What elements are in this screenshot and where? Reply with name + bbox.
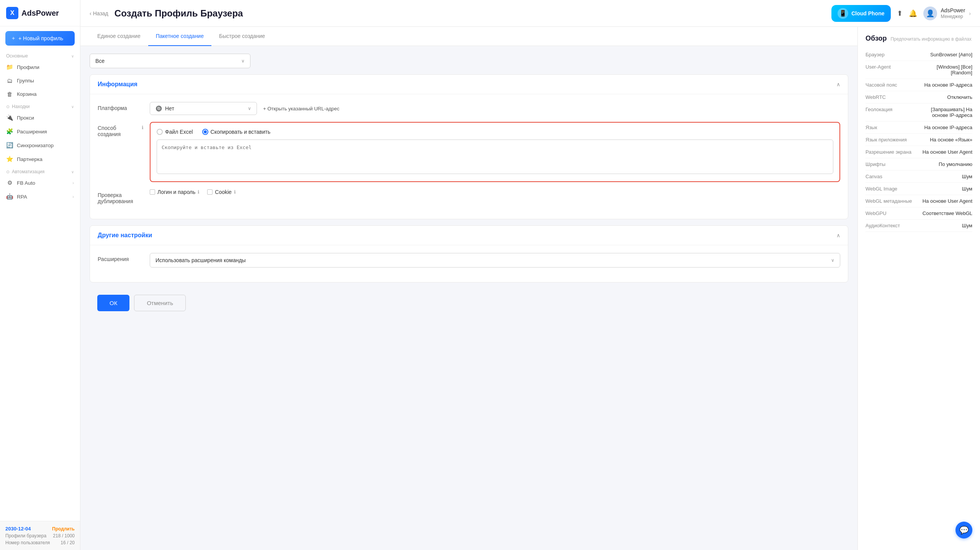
cloud-phone-button[interactable]: 📱 Cloud Phone [831,5,890,22]
other-section-body: Расширения Использовать расширения коман… [90,245,848,282]
sidebar-item-rpa[interactable]: 🤖 RPA › [0,190,80,204]
finds-section-icon: ⊙ [6,104,10,109]
overview-val: На основе IP-адреса [924,82,972,88]
logo-icon: X [6,7,18,19]
duplicate-row: Проверка дублирования Логин и пароль ℹ C… [98,189,840,204]
cancel-button[interactable]: Отменить [134,295,186,311]
overview-row: АудиоКонтекст Шум [865,220,972,232]
sidebar-section-finds: ⊙ Находки ∨ [0,101,80,111]
paste-textarea[interactable] [157,140,833,174]
check-cookie[interactable]: Cookie ℹ [207,189,236,195]
new-profile-label: + Новый профиль [18,35,63,41]
user-name: AdsPower [941,7,965,14]
radio-excel[interactable]: Файл Excel [157,129,193,135]
sidebar-item-profiles[interactable]: 📁 Профили [0,60,80,74]
login-info-icon: ℹ [198,189,200,195]
overview-val: [Запрашивать] На основе IP-адреса [915,107,972,118]
overview-row: User-Agent [Windows] [Все] [Random] [865,61,972,79]
new-profile-button[interactable]: ＋ + Новый профиль [5,31,75,46]
subscription-date: 2030-12-04 [5,526,31,532]
ext-select[interactable]: Использовать расширения команды ∨ [150,253,840,268]
cloud-phone-label: Cloud Phone [851,10,884,16]
overview-key: Геолокация [865,107,915,112]
duplicate-control: Логин и пароль ℹ Cookie ℹ [150,189,840,195]
sidebar-item-sync[interactable]: 🔄 Синхронизатор [0,138,80,152]
overview-val: На основе User Agent [923,198,972,204]
creation-control: Файл Excel Скопировать и вставить [150,122,840,182]
overview-key: Язык [865,125,915,130]
check-login[interactable]: Логин и пароль ℹ [150,189,200,195]
ext-control: Использовать расширения команды ∨ [150,253,840,268]
overview-key: Canvas [865,174,915,179]
platform-arrow-icon: ∨ [248,106,251,111]
platform-row: Платформа 🔘 Нет ∨ + Открыть указанный UR… [98,102,840,115]
ext-label: Расширения [98,253,144,262]
ok-button[interactable]: ОК [97,295,129,311]
logo-text: AdsPower [21,9,59,18]
check-cookie-label: Cookie [215,189,232,195]
overview-row: Часовой пояс На основе IP-адреса [865,79,972,91]
sidebar-section-automation: ⊙ Автоматизация ∨ [0,166,80,176]
ext-row: Расширения Использовать расширения коман… [98,253,840,268]
info-section: Информация ∧ Платформа 🔘 Нет ∨ [90,74,848,219]
other-section-title: Другие настройки [98,232,152,239]
overview-row: Браузер SunBrowser [Авто] [865,49,972,61]
group-dropdown-value: Все [95,58,105,64]
rpa-arrow: › [72,194,74,199]
overview-key: WebGPU [865,210,915,216]
user-area[interactable]: 👤 AdsPower Менеджер › [923,7,971,20]
tab-single[interactable]: Единое создание [90,27,148,46]
overview-key: User-Agent [865,64,915,70]
users-count-label: Номер пользователя [5,540,50,545]
support-button[interactable]: 💬 [955,522,972,539]
cookie-info-icon: ℹ [234,189,236,195]
info-section-header: Информация ∧ [90,75,848,94]
back-button[interactable]: ‹ Назад [90,10,108,16]
sidebar-section-basic: Основные ∨ [0,50,80,60]
radio-excel-label: Файл Excel [165,129,193,135]
extensions-icon: 🧩 [6,128,13,135]
checkbox-cookie[interactable] [207,189,213,195]
overview-key: Разрешение экрана [865,149,915,155]
overview-row: WebGL Image Шум [865,183,972,195]
sidebar-item-partner[interactable]: ⭐ Партнерка [0,152,80,166]
bell-icon[interactable]: 🔔 [909,9,917,18]
open-url-button[interactable]: + Открыть указанный URL-адрес [263,103,339,115]
info-section-collapse[interactable]: ∧ [836,81,840,87]
tab-quick[interactable]: Быстрое создание [211,27,273,46]
platform-control: 🔘 Нет ∨ + Открыть указанный URL-адрес [150,102,840,115]
other-section-collapse[interactable]: ∧ [836,232,840,238]
group-dropdown-arrow: ∨ [241,58,245,64]
overview-val: Шум [962,223,972,228]
fb-auto-arrow: › [72,181,74,185]
sidebar-item-groups[interactable]: 🗂 Группы [0,74,80,87]
trash-icon: 🗑 [6,91,13,97]
overview-panel: Обзор Предпочитать информацию в файлах Б… [857,27,980,550]
sidebar: X AdsPower ＋ + Новый профиль Основные ∨ … [0,0,80,550]
renew-link[interactable]: Продлить [52,526,75,532]
duplicate-label: Проверка дублирования [98,189,144,204]
group-dropdown-row: Все ∨ [90,54,848,68]
creation-method-box: Файл Excel Скопировать и вставить [150,122,840,182]
page-title: Создать Профиль Браузера [115,8,825,19]
overview-key: Язык приложения [865,137,915,143]
rpa-icon: 🤖 [6,193,13,200]
overview-key: Часовой пояс [865,82,915,88]
creation-method-row: Способ создания ℹ Файл Excel [98,122,840,182]
groups-label: Группы [17,78,34,84]
sidebar-item-extensions[interactable]: 🧩 Расширения [0,125,80,138]
radio-paste[interactable]: Скопировать и вставить [202,129,271,135]
platform-select[interactable]: 🔘 Нет ∨ [150,102,257,115]
group-dropdown[interactable]: Все ∨ [90,54,250,68]
sidebar-item-proxy[interactable]: 🔌 Прокси [0,111,80,125]
platform-icon: 🔘 [155,105,162,112]
sidebar-item-fb-auto[interactable]: ⚙ FB Auto › [0,176,80,190]
automation-section-icon: ⊙ [6,169,10,174]
upload-icon[interactable]: ⬆ [897,9,903,18]
content-main: Единое создание Пакетное создание Быстро… [80,27,857,550]
tab-batch[interactable]: Пакетное создание [148,27,211,46]
overview-val: Шум [962,186,972,192]
checkbox-login[interactable] [150,189,155,195]
sidebar-item-trash[interactable]: 🗑 Корзина [0,87,80,101]
overview-val: Соответствие WebGL [923,210,972,216]
